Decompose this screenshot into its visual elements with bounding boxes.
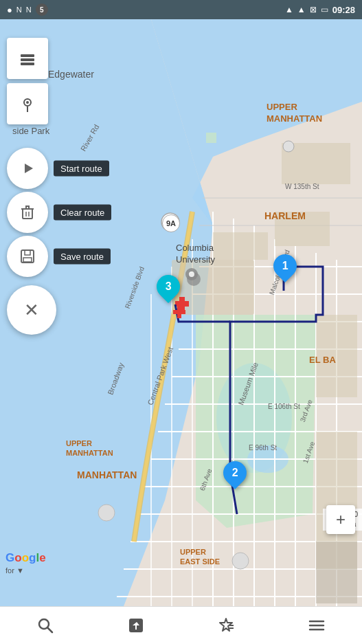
notification-badge: 5: [36, 3, 48, 16]
svg-rect-60: [23, 258, 32, 262]
layer-toggle-button[interactable]: [7, 38, 48, 79]
left-panel: Start route Clear route Save route ✕: [7, 38, 56, 335]
location-button[interactable]: [7, 83, 48, 124]
saved-icon: [217, 617, 235, 634]
saved-nav-button[interactable]: [203, 611, 249, 640]
svg-rect-41: [316, 542, 357, 603]
svg-point-42: [232, 553, 249, 569]
search-nav-button[interactable]: [23, 611, 68, 640]
status-bar: ● N N 5 ▲ ▲ ⊠ ▭ 09:28: [0, 0, 362, 19]
svg-rect-35: [213, 232, 268, 260]
google-logo: Google: [5, 551, 46, 565]
clear-route-button[interactable]: Clear route: [7, 192, 48, 233]
sim-icon: ⊠: [310, 5, 317, 14]
svg-rect-54: [23, 209, 32, 219]
notification-icon-2: N: [26, 5, 32, 14]
directions-nav-button[interactable]: [113, 611, 159, 640]
svg-rect-38: [316, 315, 357, 397]
start-route-button[interactable]: Start route: [7, 148, 48, 189]
marker-3: 3: [157, 275, 180, 298]
google-sub-text: for ▼: [5, 566, 24, 575]
menu-icon: [308, 617, 326, 634]
status-time: 09:28: [332, 5, 355, 15]
svg-rect-44: [206, 133, 216, 143]
hospital-marker: [172, 304, 187, 320]
signal-icon: ▲: [297, 5, 306, 14]
svg-point-52: [26, 101, 29, 104]
save-icon: [19, 248, 36, 265]
svg-line-62: [47, 628, 52, 632]
status-bar-left: ● N N 5: [7, 3, 48, 16]
svg-rect-47: [173, 310, 185, 314]
svg-marker-53: [25, 164, 33, 173]
columbia-marker: [185, 268, 198, 280]
whatsapp-icon: ●: [7, 5, 12, 15]
directions-icon: [127, 617, 145, 634]
menu-nav-button[interactable]: [294, 611, 339, 640]
search-icon: [36, 617, 54, 634]
marker-2: 2: [223, 461, 247, 485]
svg-rect-49: [21, 58, 34, 61]
svg-point-43: [98, 504, 115, 521]
close-button[interactable]: ✕: [7, 285, 56, 335]
svg-rect-36: [275, 212, 330, 246]
bottom-nav: [0, 606, 362, 644]
svg-point-45: [283, 141, 294, 152]
play-icon: [19, 160, 36, 177]
zoom-plus-button[interactable]: +: [326, 505, 355, 534]
battery-icon: ▭: [321, 5, 328, 14]
road-badge-9a: 9A: [162, 214, 180, 232]
location-pin-icon: [18, 94, 37, 113]
close-icon: ✕: [24, 300, 39, 321]
svg-rect-50: [21, 63, 34, 65]
notification-icon-1: N: [16, 5, 22, 14]
save-route-button[interactable]: Save route: [7, 236, 48, 277]
layers-icon: [18, 49, 37, 68]
svg-rect-48: [21, 54, 34, 57]
wifi-icon: ▲: [285, 5, 293, 14]
status-bar-right: ▲ ▲ ⊠ ▭ 09:28: [285, 5, 355, 15]
svg-rect-59: [25, 250, 30, 255]
marker-1: 1: [273, 254, 297, 278]
trash-icon: [19, 204, 36, 221]
